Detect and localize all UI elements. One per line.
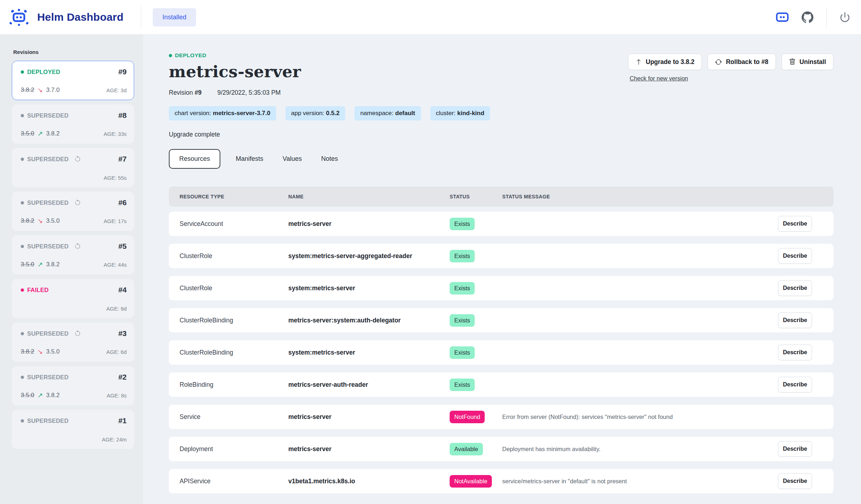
status-dot-icon <box>21 114 24 117</box>
revision-version-change: 3.5.0 ↗ 3.8.2 <box>21 130 60 138</box>
resource-status-cell: NotAvailable <box>450 475 502 488</box>
status-dot-icon <box>21 288 24 292</box>
col-status-message: STATUS MESSAGE <box>502 194 778 199</box>
version-change-arrow-icon: ↘ <box>38 86 43 94</box>
nav-tab-installed[interactable]: Installed <box>153 8 196 26</box>
revision-card[interactable]: DEPLOYED #9 3.8.2 ↘ 3.7.0 AGE: 3d <box>12 61 134 100</box>
status-message-cell: service/metrics-server in "default" is n… <box>502 478 778 485</box>
resource-status-cell: Exists <box>450 379 502 391</box>
revision-card[interactable]: SUPERSEDED #6 3.8.2 ↘ 3.5.0 AGE: 17s <box>12 192 134 231</box>
power-icon[interactable] <box>840 12 850 23</box>
resource-table-row: ClusterRole system:metrics-server Exists… <box>169 276 833 300</box>
describe-button[interactable]: Describe <box>778 473 812 489</box>
status-message-cell: Error from server (NotFound): services "… <box>502 414 778 420</box>
resource-name-cell: metrics-server <box>288 445 450 453</box>
describe-button[interactable]: Describe <box>778 248 812 264</box>
revision-status: SUPERSEDED <box>21 112 69 119</box>
trash-icon <box>789 59 796 65</box>
resource-type-cell: Deployment <box>180 445 288 453</box>
resource-table-row: RoleBinding metrics-server-auth-reader E… <box>169 372 833 397</box>
status-dot-icon <box>21 419 24 423</box>
brand[interactable]: Helm Dashboard <box>8 8 141 26</box>
describe-button[interactable]: Describe <box>778 345 812 360</box>
resource-name-cell: system:metrics-server <box>288 285 450 292</box>
resource-type-cell: ClusterRole <box>180 285 288 292</box>
up-arrow-icon <box>636 59 642 65</box>
status-dot-icon <box>169 54 172 57</box>
revision-status-label: SUPERSEDED <box>27 417 69 424</box>
col-name: NAME <box>288 194 450 199</box>
resource-status-cell: Exists <box>450 346 502 359</box>
describe-button[interactable]: Describe <box>778 280 812 296</box>
tab[interactable]: Values <box>273 155 312 163</box>
metadata-badge: chart version:metrics-server-3.7.0 <box>169 106 276 120</box>
revision-status: SUPERSEDED <box>21 417 69 424</box>
revision-status: SUPERSEDED <box>21 374 69 381</box>
revision-card-top: SUPERSEDED #1 <box>21 416 127 425</box>
revision-card-bottom: 3.8.2 ↘ 3.5.0 AGE: 6d <box>21 348 127 356</box>
describe-button[interactable]: Describe <box>778 312 812 328</box>
upgrade-button[interactable]: Upgrade to 3.8.2 <box>628 54 702 70</box>
revision-card-top: SUPERSEDED #3 <box>21 329 127 338</box>
tab[interactable]: Resources <box>169 149 220 169</box>
revision-status-label: SUPERSEDED <box>27 112 69 119</box>
revision-age: AGE: 17s <box>104 218 127 224</box>
revision-age: AGE: 8s <box>107 392 127 399</box>
top-bar: Helm Dashboard Installed <box>0 0 861 35</box>
version-change-arrow-icon: ↘ <box>38 348 43 356</box>
revision-card[interactable]: SUPERSEDED #2 3.5.0 ↗ 3.8.2 AGE: 8s <box>12 366 134 405</box>
resource-table-row: ServiceAccount metrics-server Exists Des… <box>169 212 833 236</box>
check-new-version-link[interactable]: Check for new version <box>630 75 688 82</box>
resource-status-cell: Exists <box>450 218 502 230</box>
revision-card[interactable]: FAILED #4 AGE: 9d <box>12 279 134 318</box>
revision-card[interactable]: SUPERSEDED #7 AGE: 55s <box>12 148 134 187</box>
old-version: 3.5.0 <box>21 130 34 137</box>
status-dot-icon <box>21 201 24 204</box>
metadata-badges: chart version:metrics-server-3.7.0 app v… <box>169 106 833 120</box>
revision-card-bottom: 3.8.2 ↘ 3.7.0 AGE: 3d <box>21 86 127 94</box>
revision-card[interactable]: SUPERSEDED #1 AGE: 24m <box>12 410 134 449</box>
robot-icon[interactable] <box>776 12 789 22</box>
revision-card[interactable]: SUPERSEDED #8 3.5.0 ↗ 3.8.2 AGE: 33s <box>12 104 134 144</box>
tab[interactable]: Manifests <box>226 155 273 163</box>
version-change-arrow-icon: ↗ <box>38 261 43 268</box>
describe-button[interactable]: Describe <box>778 216 812 232</box>
new-version: 3.8.2 <box>46 130 60 137</box>
rollback-button[interactable]: Rollback to #8 <box>708 54 776 70</box>
new-version: 3.8.2 <box>46 261 60 268</box>
resource-name-cell: system:metrics-server-aggregated-reader <box>288 252 450 260</box>
revision-version-change: 3.8.2 ↘ 3.5.0 <box>21 348 60 356</box>
metadata-badge: namespace:default <box>354 106 421 120</box>
revision-card[interactable]: SUPERSEDED #5 3.5.0 ↗ 3.8.2 AGE: 44s <box>12 235 134 275</box>
tab[interactable]: Notes <box>312 155 348 163</box>
revision-card-top: SUPERSEDED #8 <box>21 111 127 120</box>
revision-status-label: FAILED <box>27 287 49 293</box>
resource-status-cell: Exists <box>450 282 502 295</box>
resource-name-cell: metrics-server <box>288 413 450 421</box>
revision-card-bottom: 3.5.0 ↗ 3.8.2 AGE: 44s <box>21 261 127 268</box>
rollback-icon <box>74 330 81 337</box>
resource-status-cell: NotFound <box>450 411 502 423</box>
revision-number: #5 <box>118 242 127 251</box>
github-icon[interactable] <box>802 11 813 23</box>
tab-bar: Resources Manifests Values Notes <box>169 149 833 169</box>
status-badge: NotAvailable <box>450 475 492 488</box>
resource-name-cell: metrics-server-auth-reader <box>288 381 450 389</box>
revision-number: #7 <box>118 155 127 163</box>
uninstall-button[interactable]: Uninstall <box>782 54 833 70</box>
new-version: 3.7.0 <box>46 87 60 94</box>
table-rows: ServiceAccount metrics-server Exists Des… <box>169 212 833 493</box>
revision-card-top: FAILED #4 <box>21 286 127 294</box>
revision-number: #1 <box>118 416 127 425</box>
describe-button[interactable]: Describe <box>778 377 812 392</box>
status-badge: Exists <box>450 218 475 230</box>
resource-table-row: APIService v1beta1.metrics.k8s.io NotAva… <box>169 469 833 493</box>
table-header: RESOURCE TYPE NAME STATUS STATUS MESSAGE <box>169 187 833 207</box>
icons-divider <box>826 7 827 27</box>
old-version: 3.5.0 <box>21 261 34 268</box>
revision-card[interactable]: SUPERSEDED #3 3.8.2 ↘ 3.5.0 AGE: 6d <box>12 322 134 362</box>
describe-button[interactable]: Describe <box>778 441 812 457</box>
release-status: DEPLOYED <box>169 52 301 59</box>
resource-name-cell: metrics-server <box>288 220 450 228</box>
new-version: 3.5.0 <box>46 348 60 355</box>
